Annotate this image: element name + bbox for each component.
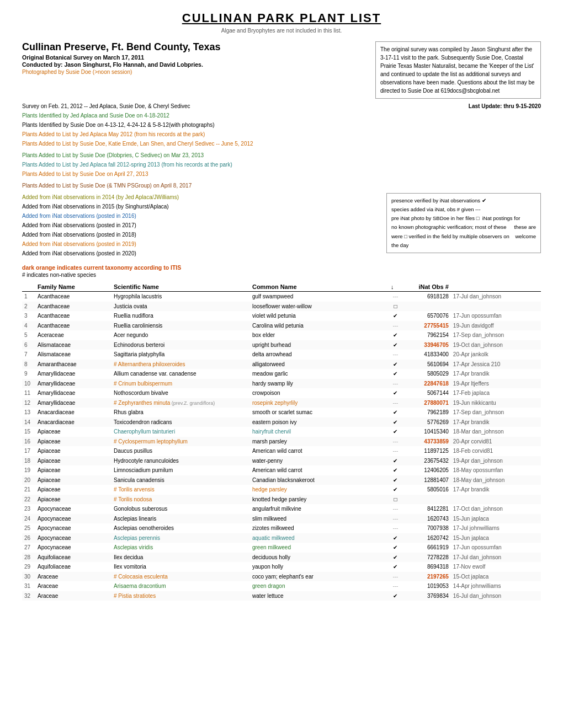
scientific-name: Rhus glabra	[111, 408, 250, 417]
inat-obs	[402, 302, 451, 312]
check-mark: ✔	[389, 408, 402, 417]
plant-table: Family Name Scientific Name Common Name …	[22, 282, 541, 601]
table-row: 23 Apocynaceae Gonolobus suberosus angul…	[22, 504, 541, 514]
table-row: 18 Apiaceae Hydrocotyle ranunculoides wa…	[22, 456, 541, 466]
inat-obs: 6570076	[402, 311, 451, 321]
observer: 17-Jun opossumfan	[451, 311, 541, 321]
table-row: 6 Alismataceae Echinodorus berteroi upri…	[22, 340, 541, 350]
scientific-name: Ruellia caroliniensis	[111, 321, 250, 331]
family-name: Amaryllidaceae	[35, 369, 111, 379]
observer: 17-Oct dan_johnson	[451, 504, 541, 514]
row-num: 20	[22, 475, 35, 485]
table-row: 4 Acanthaceae Ruellia caroliniensis Caro…	[22, 321, 541, 331]
common-name: alligatorweed	[250, 360, 389, 370]
inat-obs: 2197265	[402, 572, 451, 582]
table-row: 12 Amaryllidaceae # Zephyranthes minuta …	[22, 398, 541, 408]
inat-obs: 5610694	[402, 360, 451, 370]
table-row: 15 Apiaceae Chaerophyllum tainturieri ha…	[22, 427, 541, 437]
family-name: Apiaceae	[35, 495, 111, 505]
inat-obs: 33946705	[402, 340, 451, 350]
family-name: Alismataceae	[35, 340, 111, 350]
check-mark: ✔	[389, 553, 402, 563]
row-num: 10	[22, 379, 35, 389]
common-name: coco yam; elephant's ear	[250, 572, 389, 582]
family-name: Aceraceae	[35, 330, 111, 340]
common-name: eastern poison ivy	[250, 417, 389, 427]
row-num: 29	[22, 562, 35, 572]
family-name: Apocynaceae	[35, 533, 111, 543]
table-row: 14 Anacardiaceae Toxicodendron radicans …	[22, 417, 541, 427]
observer: 15-Jun japlaca	[451, 514, 541, 524]
common-name: looseflower water-willow	[250, 302, 389, 312]
observer: 20-Apr jankolk	[451, 350, 541, 360]
row-num: 1	[22, 292, 35, 302]
inat-obs: 10415340	[402, 427, 451, 437]
common-name: slim milkweed	[250, 514, 389, 524]
row-num: 32	[22, 591, 35, 601]
row-num: 14	[22, 417, 35, 427]
scientific-name: Sagittaria platyphylla	[111, 350, 250, 360]
check-mark: ✔	[389, 311, 402, 321]
row-num: 8	[22, 360, 35, 370]
observer: 15-Oct japlaca	[451, 572, 541, 582]
check-mark: ✔	[389, 330, 402, 340]
inat-obs	[402, 495, 451, 505]
row-num: 28	[22, 553, 35, 563]
family-name: Apiaceae	[35, 456, 111, 466]
table-row: 9 Amaryllidaceae Allium canadense var. c…	[22, 369, 541, 379]
row-num: 23	[22, 504, 35, 514]
inat-obs: 5805029	[402, 369, 451, 379]
scientific-name: Ilex decidua	[111, 553, 250, 563]
check-mark: ✔	[389, 456, 402, 466]
legend-dash-row: species added via iNat, obs # given ---	[391, 205, 536, 214]
row-num: 13	[22, 408, 35, 417]
inat-obs: 7962154	[402, 330, 451, 340]
annotation-block-3: Plants Added to List by Susie Doe (& TMN…	[22, 181, 541, 190]
inat-obs: 22847618	[402, 379, 451, 389]
family-name: Amaryllidaceae	[35, 379, 111, 389]
common-name: rosepink zephyrlily	[250, 398, 389, 408]
family-name: Apocynaceae	[35, 504, 111, 514]
scientific-name: Asclepias perennis	[111, 533, 250, 543]
scientific-name: Hydrocotyle ranunculoides	[111, 456, 250, 466]
family-name: Amaryllidaceae	[35, 388, 111, 398]
legend-box: presence verified by iNat observations ✔…	[386, 193, 541, 253]
common-name: crowpoison	[250, 388, 389, 398]
observer: 20-Apr corvid81	[451, 437, 541, 447]
common-name: American wild carrot	[250, 446, 389, 456]
annotation-7: Plants Added to List by Jed Aplaca fall …	[22, 160, 541, 169]
table-row: 16 Apiaceae # Cyclospermum leptophyllum …	[22, 437, 541, 447]
family-name: Amaranthaceae	[35, 360, 111, 370]
row-num: 4	[22, 321, 35, 331]
annotation-block-2: Plants Added to List by Susie Doe (Dlobp…	[22, 151, 541, 178]
inat-obs: 7962189	[402, 408, 451, 417]
scientific-name: Ruellia nudiflora	[111, 311, 250, 321]
check-mark: ---	[389, 581, 402, 591]
table-row: 5 Aceraceae Acer negundo box elder ✔ 796…	[22, 330, 541, 340]
observer: 19-Oct dan_johnson	[451, 340, 541, 350]
annotation-8: Plants Added to List by Susie Doe on Apr…	[22, 170, 541, 178]
inat-obs: 5805016	[402, 485, 451, 495]
check-mark: ✔	[389, 369, 402, 379]
table-row: 28 Aquifoliaceae Ilex decidua deciduous …	[22, 553, 541, 563]
check-mark: ---	[389, 321, 402, 331]
scientific-name: # Crinum bulbispermum	[111, 379, 250, 389]
table-row: 11 Amaryllidaceae Nothoscordum bivalve c…	[22, 388, 541, 398]
scientific-name: # Cyclospermum leptophyllum	[111, 437, 250, 447]
header-right-box: The original survey was compiled by Jaso…	[375, 41, 541, 99]
common-name: American wild carrot	[250, 465, 389, 475]
table-row: 24 Apocynaceae Asclepias linearis slim m…	[22, 514, 541, 524]
common-name: green dragon	[250, 581, 389, 591]
inat-obs: 41833400	[402, 350, 451, 360]
check-mark: ✔	[389, 417, 402, 427]
observer: 17-Apr brandik	[451, 485, 541, 495]
check-mark: ---	[389, 514, 402, 524]
observer: 14-Apr johnwilliams	[451, 581, 541, 591]
scientific-name: # Colocasia esculenta	[111, 572, 250, 582]
table-row: 21 Apiaceae # Torilis arvensis hedge par…	[22, 485, 541, 495]
family-name: Araceae	[35, 591, 111, 601]
hash-note: # indicates non-native species	[22, 272, 541, 278]
table-row: 26 Apocynaceae Asclepias perennis aquati…	[22, 533, 541, 543]
row-num: 30	[22, 572, 35, 582]
common-name: green milkweed	[250, 543, 389, 553]
